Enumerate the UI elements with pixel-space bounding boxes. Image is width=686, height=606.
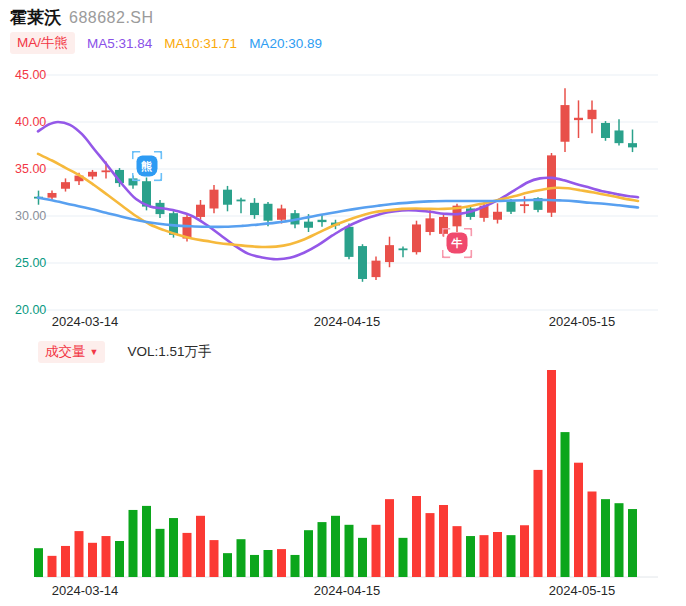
volume-bar <box>574 463 583 577</box>
marker-corner-bracket <box>464 227 473 236</box>
volume-bar <box>493 532 502 577</box>
marker-corner-bracket <box>464 249 473 258</box>
ma5-value: MA5:31.84 <box>87 36 152 51</box>
candle-body <box>547 155 556 212</box>
volume-bar <box>412 496 421 577</box>
price-axis-label: 30.00 <box>15 209 46 223</box>
candle-body <box>250 203 259 215</box>
volume-bar <box>480 535 489 577</box>
stock-name: 霍莱沃 <box>10 6 61 29</box>
candle-body <box>520 204 529 206</box>
volume-bar <box>345 525 354 577</box>
volume-bar <box>399 538 408 577</box>
price-axis-label: 20.00 <box>15 303 46 317</box>
price-axis-label: 35.00 <box>15 162 46 176</box>
candle-body <box>345 227 354 257</box>
candle-body <box>493 212 502 220</box>
candle-body <box>507 201 516 211</box>
candle-body <box>561 105 570 142</box>
volume-bar <box>453 526 462 577</box>
volume-bar <box>304 530 313 577</box>
bear-marker-icon: 熊 <box>136 156 157 177</box>
candle-body <box>223 190 232 205</box>
volume-bar <box>331 516 340 577</box>
volume-bar <box>61 546 70 577</box>
candle-body <box>628 143 637 147</box>
price-axis-label: 40.00 <box>15 115 46 129</box>
date-axis-label: 2024-05-15 <box>549 314 616 329</box>
volume-bar <box>318 522 327 577</box>
candle-body <box>574 118 583 120</box>
candle-body <box>372 261 381 277</box>
bull-marker-icon: 牛 <box>447 232 468 253</box>
candle-body <box>304 222 313 228</box>
volume-bar <box>102 536 111 577</box>
ma20-value: MA20:30.89 <box>249 36 322 51</box>
volume-bar <box>237 539 246 577</box>
chart-header: 霍莱沃 688682.SH <box>10 6 154 29</box>
volume-bar <box>561 432 570 577</box>
marker-corner-bracket <box>442 249 451 258</box>
volume-bar <box>372 525 381 577</box>
volume-bar <box>588 492 597 578</box>
volume-bar <box>196 516 205 577</box>
candle-body <box>601 123 610 138</box>
date-axis-label: 2024-04-15 <box>314 583 381 598</box>
volume-bar <box>156 529 165 577</box>
volume-bar <box>439 505 448 577</box>
marker-corner-bracket <box>153 151 162 160</box>
volume-bar <box>129 510 138 577</box>
volume-value: VOL:1.51万手 <box>127 343 211 361</box>
candle-body <box>277 208 286 219</box>
volume-header: 成交量 ▼ VOL:1.51万手 <box>38 341 211 363</box>
stock-code: 688682.SH <box>69 9 154 27</box>
candle-body <box>196 205 205 217</box>
chevron-down-icon: ▼ <box>90 348 99 357</box>
candle-body <box>102 170 111 172</box>
date-axis-label: 2024-04-15 <box>314 314 381 329</box>
volume-bar <box>34 548 43 577</box>
candle-body <box>588 110 597 119</box>
candle-body <box>88 172 97 177</box>
ma-bullbear-toggle[interactable]: MA/牛熊 <box>10 32 75 54</box>
volume-indicator-dropdown[interactable]: 成交量 ▼ <box>38 341 105 363</box>
volume-bar <box>210 540 219 577</box>
volume-bar <box>223 553 232 577</box>
volume-bar <box>277 549 286 577</box>
volume-bar <box>601 499 610 577</box>
volume-bar <box>358 538 367 577</box>
volume-bar <box>264 550 273 577</box>
volume-bar <box>466 536 475 577</box>
volume-bar <box>291 555 300 577</box>
candle-body <box>237 200 246 202</box>
volume-bar <box>615 503 624 577</box>
marker-corner-bracket <box>153 173 162 182</box>
volume-bar <box>628 509 637 577</box>
price-axis-label: 45.00 <box>15 68 46 82</box>
candle-body <box>385 245 394 262</box>
candle-body <box>412 224 421 252</box>
candle-body <box>318 220 327 222</box>
volume-bar <box>142 506 151 577</box>
volume-bar <box>385 499 394 577</box>
candle-body <box>399 248 408 250</box>
candle-body <box>358 246 367 279</box>
candle-body <box>426 218 435 232</box>
candle-body <box>210 190 219 209</box>
volume-bar <box>507 535 516 577</box>
candle-body <box>61 182 70 189</box>
volume-bar <box>115 541 124 577</box>
date-axis-label: 2024-03-14 <box>52 314 119 329</box>
candle-body <box>264 204 273 221</box>
volume-bar <box>520 525 529 577</box>
volume-bar <box>250 555 259 577</box>
volume-bar <box>426 513 435 577</box>
volume-bar <box>183 533 192 577</box>
date-axis-label: 2024-05-15 <box>549 583 616 598</box>
marker-corner-bracket <box>131 173 140 182</box>
volume-bar <box>88 543 97 577</box>
date-axis-label: 2024-03-14 <box>52 583 119 598</box>
candle-body <box>48 193 57 198</box>
stock-chart-canvas[interactable] <box>0 0 686 606</box>
volume-bar <box>169 518 178 577</box>
